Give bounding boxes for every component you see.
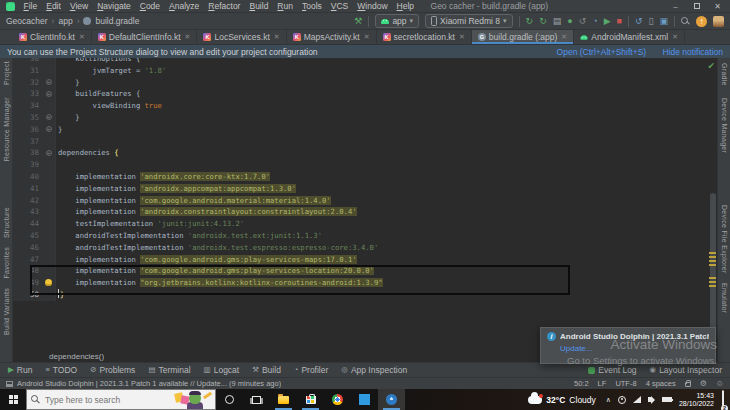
- code-line-43[interactable]: 43 implementation 'androidx.constraintla…: [13, 206, 717, 218]
- run-icon[interactable]: ↻: [526, 17, 534, 26]
- hidden-icons-chevron[interactable]: ∧: [606, 396, 611, 404]
- update-notification-popup[interactable]: i Android Studio Dolphin | 2021.3.1 Patc…: [540, 327, 716, 364]
- indent-setting[interactable]: 4 spaces: [646, 379, 676, 388]
- tab-close-icon[interactable]: ✕: [274, 33, 280, 41]
- menu-file[interactable]: File: [19, 1, 42, 11]
- taskbar-cortana-button[interactable]: [216, 389, 243, 410]
- fold-marker-icon[interactable]: −: [46, 150, 52, 156]
- tab-androidmanifest-xml[interactable]: AndroidManifest.xml✕: [574, 30, 685, 44]
- code-line-49[interactable]: 49 implementation "org.jetbrains.kotlinx…: [13, 277, 717, 289]
- search-highlights-image[interactable]: [173, 390, 215, 409]
- code-line-40[interactable]: 40 implementation 'androidx.core:core-kt…: [13, 171, 717, 183]
- network-icon[interactable]: [633, 396, 641, 403]
- fold-marker-icon[interactable]: −: [46, 79, 52, 85]
- taskbar-clock[interactable]: 15:43 28/10/2022: [679, 392, 714, 408]
- menu-analyze[interactable]: Analyze: [165, 1, 204, 11]
- line-number[interactable]: 37: [13, 136, 43, 148]
- tool-stripe-resource-manager[interactable]: Resource Manager: [3, 97, 10, 161]
- menu-vcs[interactable]: VCS: [326, 1, 352, 11]
- toolwindow-logcat[interactable]: ▥Logcat: [204, 365, 240, 375]
- taskbar-android-studio-button[interactable]: [378, 389, 405, 410]
- menu-view[interactable]: View: [65, 1, 92, 11]
- tool-stripe-gradle[interactable]: Gradle: [721, 63, 728, 86]
- minimize-button[interactable]: –: [665, 2, 686, 11]
- code-line-46[interactable]: 46 androidTestImplementation 'androidx.t…: [13, 242, 717, 254]
- user-avatar[interactable]: [713, 16, 724, 27]
- toolwindow-app-inspection[interactable]: ◎App Inspection: [341, 365, 407, 375]
- tab-close-icon[interactable]: ✕: [185, 33, 191, 41]
- tool-stripe-favorites[interactable]: Favorites: [3, 247, 10, 279]
- close-button[interactable]: ✕: [707, 2, 728, 11]
- line-number[interactable]: 49: [13, 277, 43, 289]
- breadcrumb-geocacher[interactable]: Geocacher: [6, 16, 48, 26]
- run-config-selector[interactable]: app ▾: [375, 14, 419, 28]
- toolwindow-problems[interactable]: ⊘Problems: [90, 365, 135, 375]
- line-separator[interactable]: LF: [598, 379, 607, 388]
- toolwindow-layout-inspector[interactable]: ◉Layout Inspector: [650, 365, 722, 375]
- banner-hide-link[interactable]: Hide notification: [663, 47, 723, 57]
- line-number[interactable]: 44: [13, 218, 43, 230]
- caret-position[interactable]: 50:2: [574, 379, 589, 388]
- code-line-32[interactable]: 32− }: [13, 77, 717, 89]
- toolwindow-build[interactable]: ⚒Build: [252, 365, 281, 375]
- menu-run[interactable]: Run: [273, 1, 298, 11]
- code-line-30[interactable]: 30 kotlinOptions {: [13, 58, 717, 65]
- tool-stripe-device-file-explorer[interactable]: Device File Explorer: [721, 205, 728, 274]
- line-number[interactable]: 46: [13, 242, 43, 254]
- toolwindow-run[interactable]: ▶Run: [8, 365, 32, 375]
- person-icon[interactable]: [618, 396, 626, 404]
- tab-secretlocation-kt[interactable]: Ksecretlocation.kt✕: [377, 30, 472, 44]
- tool-stripe-emulator[interactable]: Emulator: [721, 283, 728, 313]
- taskbar-search[interactable]: [26, 389, 216, 410]
- upgrade-assistant-icon[interactable]: ↑: [696, 16, 707, 27]
- menu-help[interactable]: Help: [392, 1, 418, 11]
- tab-clientinfo-kt[interactable]: KClientInfo.kt✕: [13, 30, 92, 44]
- quickfix-bulb-icon[interactable]: [45, 279, 52, 286]
- toolwindow-toggle-icon[interactable]: [6, 381, 13, 387]
- code-line-48[interactable]: 48 implementation 'com.google.android.gm…: [13, 265, 717, 277]
- menu-build[interactable]: Build: [245, 1, 273, 11]
- line-number[interactable]: 32: [13, 77, 43, 89]
- code-line-37[interactable]: 37: [13, 136, 717, 148]
- code-line-47[interactable]: 47 implementation 'com.google.android.gm…: [13, 254, 717, 266]
- line-number[interactable]: 47: [13, 254, 43, 266]
- tab-close-icon[interactable]: ✕: [672, 33, 678, 41]
- sdk-manager-icon[interactable]: ▣: [659, 17, 668, 26]
- code-line-35[interactable]: 35− }: [13, 112, 717, 124]
- build-hammer-icon[interactable]: ⚒: [354, 17, 362, 26]
- tab-locservices-kt[interactable]: KLocServices.kt✕: [197, 30, 286, 44]
- tab-close-icon[interactable]: ✕: [459, 33, 465, 41]
- toolwindow-todo[interactable]: ≡TODO: [45, 365, 77, 375]
- banner-open-link[interactable]: Open (Ctrl+Alt+Shift+S): [557, 47, 647, 57]
- menu-refactor[interactable]: Refactor: [204, 1, 245, 11]
- code-line-39[interactable]: 39: [13, 159, 717, 171]
- line-number[interactable]: 48: [13, 265, 43, 277]
- sync-gradle-icon[interactable]: ↺: [635, 17, 643, 26]
- menu-edit[interactable]: Edit: [42, 1, 66, 11]
- search-everywhere-icon[interactable]: [681, 17, 690, 26]
- gear-icon[interactable]: ⚙: [700, 379, 707, 388]
- profiler-icon[interactable]: ◔: [592, 17, 597, 26]
- tool-stripe-build-variants[interactable]: Build Variants: [3, 288, 10, 335]
- menu-navigate[interactable]: Navigate: [93, 1, 136, 11]
- fold-marker-icon[interactable]: −: [46, 114, 52, 120]
- taskbar-file-explorer-button[interactable]: [270, 389, 297, 410]
- tab-build-gradle-app[interactable]: Gbuild.gradle (:app)✕: [472, 30, 574, 44]
- code-line-50[interactable]: 50}: [13, 289, 717, 301]
- tab-close-icon[interactable]: ✕: [561, 33, 567, 41]
- action-center-button[interactable]: 2: [722, 391, 724, 409]
- taskbar-chrome-button[interactable]: [324, 389, 351, 410]
- run-device-icon[interactable]: ▶: [604, 17, 611, 26]
- menu-code[interactable]: Code: [135, 1, 164, 11]
- toolwindow-event-log[interactable]: Event Log: [588, 365, 636, 375]
- menu-window[interactable]: Window: [353, 1, 392, 11]
- tab-defaultclientinfo-kt[interactable]: KDefaultClientInfo.kt✕: [92, 30, 198, 44]
- scrollbar-thumb[interactable]: [710, 193, 716, 333]
- line-number[interactable]: 35: [13, 112, 43, 124]
- fold-marker-icon[interactable]: −: [46, 126, 52, 132]
- status-message[interactable]: Android Studio Dolphin | 2021.3.1 Patch …: [17, 379, 281, 388]
- volume-icon[interactable]: [648, 397, 652, 402]
- code-line-31[interactable]: 31 jvmTarget = '1.8': [13, 65, 717, 77]
- breadcrumb-app[interactable]: app: [58, 16, 72, 26]
- popup-update-link[interactable]: Update...: [560, 344, 592, 353]
